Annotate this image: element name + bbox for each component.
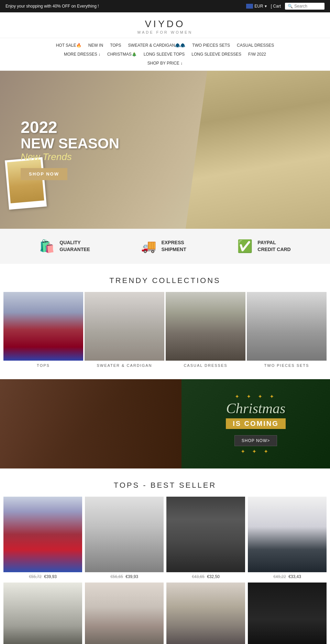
product-image-1 — [3, 497, 82, 572]
price-old-2: €56,65 — [110, 574, 123, 579]
search-icon: 🔍 — [288, 4, 293, 9]
nav-casual-dresses[interactable]: CASUAL DRESSES — [234, 42, 277, 49]
brand-tagline: MADE FOR WOMEN — [0, 30, 330, 34]
quality-text: QUALITYGUARANTEE — [59, 239, 90, 253]
nav-hot-sale[interactable]: HOT SALE🔥 — [53, 42, 84, 49]
products-grid-partial — [3, 583, 327, 644]
product-image-6 — [85, 583, 164, 644]
price-old-1: €55,72 — [29, 574, 42, 579]
paypal-icon: ✅ — [237, 239, 253, 253]
hero-subtitle: New Trends — [21, 152, 119, 163]
product-image-7 — [166, 583, 245, 644]
product-image-4 — [248, 497, 327, 572]
collection-sweater-label: SWEATER & CARDIGAN — [85, 361, 164, 369]
cart-button[interactable]: [ Cart — [271, 4, 281, 9]
feature-quality: 🛍️ QUALITYGUARANTEE — [39, 239, 90, 253]
hero-shop-button[interactable]: SHOP NOW — [21, 168, 67, 180]
nav-long-sleeve-dresses[interactable]: LONG SLEEVE DRESSES — [189, 50, 244, 58]
product-item-7[interactable] — [166, 583, 245, 644]
nav-sweater[interactable]: SWEATER & CARDIGAN🧥🧥 — [125, 42, 188, 49]
trendy-section-title: TRENDY COLLECTIONS — [0, 264, 330, 292]
nav-two-pieces[interactable]: TWO PIECES SETS — [189, 42, 233, 49]
hero-year: 2022 — [21, 119, 119, 136]
product-price-2: €56,65 €39,93 — [85, 572, 164, 580]
quality-icon: 🛍️ — [39, 239, 55, 253]
nav-tops[interactable]: TOPS — [107, 42, 124, 49]
christmas-title: Christmas — [226, 401, 286, 416]
nav-fw2022[interactable]: F/W 2022 — [245, 50, 269, 58]
collection-casual-label: CASUAL DRESSES — [166, 361, 245, 369]
product-image-3 — [166, 497, 245, 572]
collection-casual-img — [166, 292, 245, 361]
top-bar: Enjoy your shopping with 40% OFF on Ever… — [0, 0, 330, 12]
collection-sweater-img — [85, 292, 164, 361]
product-image-8 — [248, 583, 327, 644]
nav-new-in[interactable]: NEW IN — [86, 42, 106, 49]
product-item-1[interactable]: €55,72 €39,93 — [3, 497, 82, 580]
price-new-2: €39,93 — [125, 574, 138, 579]
brand-name: VIYDO — [0, 19, 330, 30]
collection-tops-label: TOPS — [3, 361, 83, 369]
product-item-2[interactable]: €56,65 €39,93 — [85, 497, 164, 580]
collection-twopiece[interactable]: TWO PIECES SETS — [247, 292, 327, 369]
nav-christmas[interactable]: CHRISTMAS🎄 — [104, 50, 140, 58]
product-image-2 — [85, 497, 164, 572]
price-new-3: €32,50 — [207, 574, 220, 579]
bestseller-section-title: TOPS - BEST SELLER — [0, 468, 330, 497]
collection-casual[interactable]: CASUAL DRESSES — [166, 292, 245, 369]
paypal-text: PAYPALCREDIT CARD — [257, 239, 290, 253]
feature-express: 🚚 EXPRESSSHIPMENT — [141, 239, 186, 253]
hero-banner: 2022 NEW SEASON New Trends SHOP NOW — [0, 71, 330, 229]
price-old-4: €49,22 — [273, 574, 286, 579]
christmas-sparkles: ✦ ✦ ✦ ✦ — [235, 393, 276, 400]
nav-row-2: MORE DRESSES ↓ CHRISTMAS🎄 LONG SLEEVE TO… — [0, 50, 330, 58]
product-image-5 — [3, 583, 82, 644]
site-header: VIYDO MADE FOR WOMEN — [0, 12, 330, 38]
nav-more-dresses[interactable]: MORE DRESSES ↓ — [61, 50, 103, 58]
christmas-banner: ✦ ✦ ✦ ✦ Christmas IS COMING SHOP NOW> ✦ … — [0, 379, 330, 468]
product-price-3: €43,65 €32,50 — [166, 572, 245, 580]
search-input[interactable] — [294, 4, 322, 9]
price-new-4: €33,43 — [288, 574, 301, 579]
collection-twopiece-label: TWO PIECES SETS — [247, 361, 327, 369]
product-item-5[interactable] — [3, 583, 82, 644]
christmas-subtitle: IS COMING — [226, 418, 286, 429]
christmas-left-img — [0, 379, 182, 468]
nav-row-3: SHOP BY PRICE ↓ — [0, 59, 330, 67]
product-item-4[interactable]: €49,22 €33,43 — [248, 497, 327, 580]
product-item-6[interactable] — [85, 583, 164, 644]
collection-sweater[interactable]: SWEATER & CARDIGAN — [85, 292, 164, 369]
currency-label: EUR — [254, 4, 263, 9]
product-price-1: €55,72 €39,93 — [3, 572, 82, 580]
christmas-right-content: ✦ ✦ ✦ ✦ Christmas IS COMING SHOP NOW> ✦ … — [182, 379, 330, 468]
collection-tops[interactable]: TOPS — [3, 292, 83, 369]
products-section: €55,72 €39,93 €56,65 €39,93 €43,65 €32,5… — [0, 497, 330, 644]
search-box: 🔍 — [285, 3, 324, 10]
nav-shop-by-price[interactable]: SHOP BY PRICE ↓ — [145, 59, 185, 67]
price-old-3: €43,65 — [192, 574, 205, 579]
flag-icon — [246, 4, 253, 9]
nav-long-sleeve-tops[interactable]: LONG SLEEVE TOPS — [141, 50, 188, 58]
products-grid: €55,72 €39,93 €56,65 €39,93 €43,65 €32,5… — [3, 497, 327, 580]
christmas-shop-button[interactable]: SHOP NOW> — [234, 435, 277, 446]
features-strip: 🛍️ QUALITYGUARANTEE 🚚 EXPRESSSHIPMENT ✅ … — [0, 229, 330, 264]
collection-tops-img — [3, 292, 83, 361]
currency-selector[interactable]: EUR ▾ — [246, 4, 266, 9]
main-nav: HOT SALE🔥 NEW IN TOPS SWEATER & CARDIGAN… — [0, 38, 330, 71]
christmas-sparkles-bottom: ✦ ✦ ✦ — [241, 448, 271, 455]
hero-text: 2022 NEW SEASON New Trends SHOP NOW — [21, 119, 119, 180]
product-item-3[interactable]: €43,65 €32,50 — [166, 497, 245, 580]
product-price-4: €49,22 €33,43 — [248, 572, 327, 580]
collection-twopiece-img — [247, 292, 327, 361]
express-text: EXPRESSSHIPMENT — [161, 239, 186, 253]
express-icon: 🚚 — [141, 239, 156, 253]
promo-text: Enjoy your shopping with 40% OFF on Ever… — [6, 4, 99, 9]
product-item-8[interactable] — [248, 583, 327, 644]
collections-grid: TOPS SWEATER & CARDIGAN CASUAL DRESSES T… — [0, 292, 330, 379]
feature-paypal: ✅ PAYPALCREDIT CARD — [237, 239, 290, 253]
price-new-1: €39,93 — [44, 574, 57, 579]
hero-title: NEW SEASON — [21, 136, 119, 151]
nav-row-1: HOT SALE🔥 NEW IN TOPS SWEATER & CARDIGAN… — [0, 42, 330, 49]
currency-chevron-icon: ▾ — [265, 4, 267, 9]
